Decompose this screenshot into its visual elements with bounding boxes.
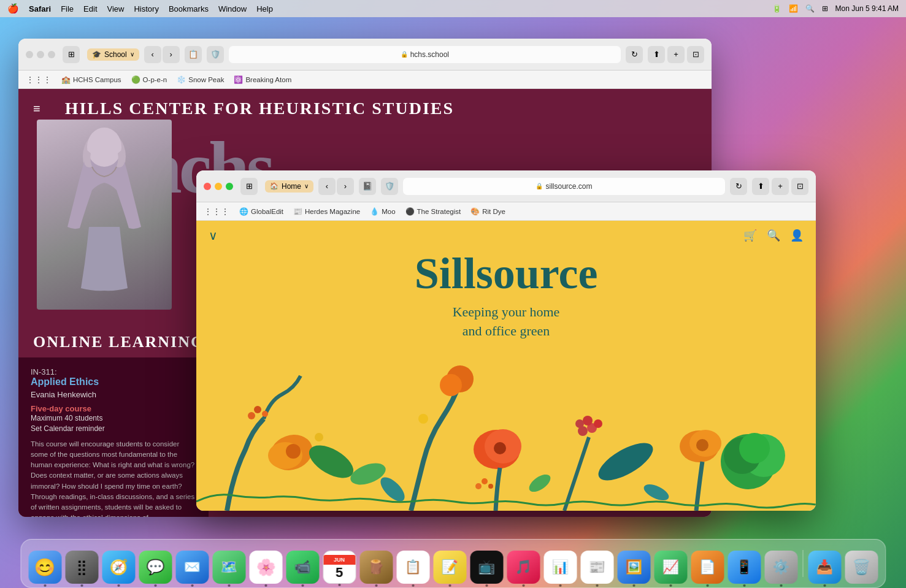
minimize-button[interactable] (215, 183, 222, 190)
reload-button[interactable]: ↻ (730, 178, 747, 195)
dock-appstore[interactable]: 📱 (727, 551, 761, 584)
control-center-icon[interactable]: ⊞ (822, 4, 828, 13)
bookmark-globaledit[interactable]: 🌐 GlobalEdit (239, 207, 283, 216)
dock-finder[interactable]: 😊 (28, 551, 61, 584)
address-bar-sillsource[interactable]: 🔒 sillsource.com (403, 178, 725, 195)
traffic-lights-school (26, 51, 55, 58)
clock: Mon Jun 5 9:41 AM (835, 4, 899, 13)
course-max-students: Maximum 40 students (31, 413, 196, 424)
back-button[interactable]: ‹ (318, 178, 336, 195)
share-button[interactable]: ⬆ (752, 178, 769, 195)
bookmark-herdes[interactable]: 📰 Herdes Magazine (293, 207, 360, 216)
tab-home[interactable]: 🏠 Home ∨ (265, 180, 313, 193)
dock-facetime[interactable]: 📹 (286, 551, 319, 584)
dock-keka[interactable]: 🪵 (359, 551, 393, 584)
notist-button[interactable]: 📓 (359, 178, 376, 195)
hamburger-menu[interactable]: ≡ (33, 102, 40, 116)
reading-list-button[interactable]: 📋 (185, 46, 202, 63)
dock-news[interactable]: 📰 (580, 551, 613, 584)
bookmark-snowpeak[interactable]: ❄️ Snow Peak (177, 75, 224, 84)
dock-launchpad[interactable]: ⣿ (65, 551, 98, 584)
maximize-button[interactable] (226, 183, 233, 190)
battery-icon: 🔋 (772, 4, 781, 13)
grid-icon[interactable]: ⋮⋮⋮ (26, 75, 52, 85)
bookmark-moo[interactable]: 💧 Moo (370, 207, 395, 216)
lock-icon: 🔒 (401, 51, 408, 58)
reload-button[interactable]: ↻ (626, 46, 643, 63)
dock-safari[interactable]: 🧭 (102, 551, 135, 584)
bookmark-icon: 🎨 (470, 207, 480, 216)
grid-icon[interactable]: ⋮⋮⋮ (204, 207, 229, 216)
bookmark-icon: 🏫 (61, 75, 71, 84)
toolbar-sillsource: ⊞ 🏠 Home ∨ ‹ › 📓 🛡️ 🔒 sillsource.com ↻ ⬆… (196, 170, 816, 202)
menu-chevron-icon[interactable]: ∨ (209, 228, 218, 243)
maximize-button[interactable] (48, 51, 55, 58)
search-icon[interactable]: 🔍 (805, 4, 815, 13)
dock-notes[interactable]: 📝 (433, 551, 466, 584)
shield-button[interactable]: 🛡️ (207, 46, 224, 63)
bookmark-breaking-atom[interactable]: ⚛️ Breaking Atom (234, 75, 291, 84)
dock-calendar[interactable]: JUN 5 (323, 551, 356, 584)
minimize-button[interactable] (37, 51, 44, 58)
bookmark-hchs[interactable]: 🏫 HCHS Campus (61, 75, 121, 84)
show-tabs-button[interactable]: ⊡ (791, 178, 808, 195)
close-button[interactable] (204, 183, 211, 190)
menu-window[interactable]: Window (218, 4, 247, 13)
svg-point-21 (739, 433, 770, 464)
dock-apple-tv[interactable]: 📺 (470, 551, 503, 584)
dock-mail[interactable]: ✉️ (175, 551, 209, 584)
account-icon[interactable]: 👤 (790, 229, 804, 242)
show-tabs-button[interactable]: ⊡ (687, 46, 704, 63)
new-tab-button[interactable]: + (772, 178, 789, 195)
shield-button[interactable]: 🛡️ (381, 178, 398, 195)
dock-airdrop[interactable]: 📥 (808, 551, 841, 584)
menu-help[interactable]: Help (256, 4, 273, 13)
sidebar-toggle[interactable]: ⊞ (63, 46, 80, 63)
dock-freeform[interactable]: 📊 (543, 551, 577, 584)
menu-view[interactable]: View (107, 4, 125, 13)
forward-button[interactable]: › (163, 46, 180, 63)
dock-keynote[interactable]: 🖼️ (617, 551, 650, 584)
bookmark-strategist[interactable]: ⚫ The Strategist (405, 207, 461, 216)
forward-button[interactable]: › (337, 178, 354, 195)
tab-icon: 🎓 (92, 50, 101, 59)
dock-settings[interactable]: ⚙️ (764, 551, 797, 584)
nav-buttons: ‹ › (144, 46, 180, 63)
apple-menu[interactable]: 🍎 (7, 3, 19, 14)
sidebar-toggle[interactable]: ⊞ (240, 178, 258, 195)
svg-point-8 (440, 374, 462, 396)
share-button[interactable]: ⬆ (648, 46, 665, 63)
menubar: 🍎 Safari File Edit View History Bookmark… (0, 0, 906, 17)
svg-point-30 (248, 412, 255, 419)
bookmark-ritdye[interactable]: 🎨 Rit Dye (470, 207, 505, 216)
bookmark-open[interactable]: 🟢 O-p-e-n (131, 75, 167, 84)
dock-music[interactable]: 🎵 (507, 551, 540, 584)
app-name[interactable]: Safari (29, 4, 51, 13)
dock-reminders[interactable]: 📋 (396, 551, 429, 584)
svg-point-31 (254, 406, 261, 413)
dock-trash[interactable]: 🗑️ (845, 551, 878, 584)
course-duration-link[interactable]: Five-day course (31, 404, 196, 413)
address-bar-school[interactable]: 🔒 hchs.school (229, 46, 621, 63)
bookmark-icon: ⚫ (405, 207, 415, 216)
close-button[interactable] (26, 51, 33, 58)
bookmark-icon: 🌐 (239, 207, 248, 216)
menu-history[interactable]: History (134, 4, 158, 13)
dock-maps[interactable]: 🗺️ (212, 551, 245, 584)
dock-messages[interactable]: 💬 (139, 551, 172, 584)
dock-numbers[interactable]: 📈 (654, 551, 687, 584)
menu-bookmarks[interactable]: Bookmarks (169, 4, 209, 13)
svg-point-17 (593, 436, 659, 488)
dock-photos[interactable]: 🌸 (249, 551, 282, 584)
menu-edit[interactable]: Edit (83, 4, 97, 13)
new-tab-button[interactable]: + (667, 46, 685, 63)
cart-icon[interactable]: 🛒 (743, 229, 757, 242)
tab-school[interactable]: 🎓 School ∨ (87, 48, 139, 61)
dock-divider (802, 550, 803, 577)
back-button[interactable]: ‹ (144, 46, 161, 63)
menu-file[interactable]: File (61, 4, 74, 13)
floral-decoration (196, 339, 816, 511)
search-icon[interactable]: 🔍 (767, 229, 780, 242)
sillsource-title: Sillsource (196, 251, 816, 296)
dock-pages[interactable]: 📄 (691, 551, 724, 584)
